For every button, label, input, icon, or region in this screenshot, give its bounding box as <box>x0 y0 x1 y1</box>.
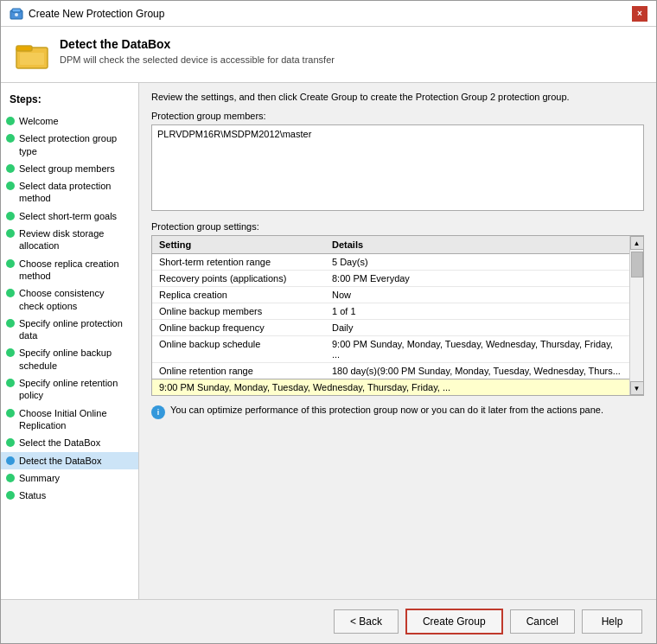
info-text-before: You can <box>170 405 207 415</box>
tooltip-text: 9:00 PM Sunday, Monday, Tuesday, Wednesd… <box>159 382 450 392</box>
sidebar-item-welcome[interactable]: Welcome <box>1 112 138 130</box>
instructions-text: Review the settings, and then click Crea… <box>151 92 644 102</box>
table-row: Short-term retention range 5 Day(s) <box>152 254 629 271</box>
setting-detail-6: 180 day(s)(9:00 PM Sunday, Monday, Tuesd… <box>325 363 629 379</box>
app-icon <box>10 7 23 21</box>
col-details: Details <box>325 236 629 254</box>
sidebar-item-retention[interactable]: Specify online retention policy <box>1 374 138 405</box>
setting-name-0: Short-term retention range <box>152 254 325 271</box>
svg-rect-1 <box>12 9 21 12</box>
main-content: Steps: Welcome Select protection group t… <box>1 83 656 599</box>
sidebar-item-replica[interactable]: Choose replica creation method <box>1 255 138 285</box>
table-row: Online retention range 180 day(s)(9:00 P… <box>152 363 629 379</box>
welcome-dot <box>6 117 15 125</box>
col-setting: Setting <box>152 236 325 254</box>
header-description: DPM will check the selected device is ac… <box>60 54 335 65</box>
table-row: Replica creation Now <box>152 287 629 303</box>
sidebar-item-select-databox[interactable]: Select the DataBox <box>1 434 138 451</box>
header-icon <box>15 37 49 72</box>
info-section: i You can optimize performance of this p… <box>151 405 644 419</box>
info-icon: i <box>151 405 165 419</box>
sidebar-item-backup-schedule[interactable]: Specify online backup schedule <box>1 344 138 374</box>
scroll-thumb[interactable] <box>631 252 643 277</box>
sidebar-item-short-term[interactable]: Select short-term goals <box>1 207 138 225</box>
group-type-dot <box>6 134 15 143</box>
setting-detail-4: Daily <box>325 320 629 336</box>
setting-detail-1: 8:00 PM Everyday <box>325 271 629 287</box>
short-term-dot <box>6 212 15 220</box>
settings-table: Setting Details Short-term retention ran… <box>152 236 629 379</box>
sidebar-item-online-data[interactable]: Specify online protection data <box>1 315 138 345</box>
close-button[interactable]: × <box>632 6 647 22</box>
svg-rect-5 <box>20 53 44 65</box>
dialog-title: Create New Protection Group <box>29 8 164 20</box>
scroll-up-button[interactable]: ▲ <box>630 236 644 250</box>
table-row: Online backup members 1 of 1 <box>152 303 629 320</box>
members-label: Protection group members: <box>151 111 644 121</box>
sidebar-title: Steps: <box>1 90 138 112</box>
consistency-dot <box>6 289 15 297</box>
initial-online-dot <box>6 409 15 418</box>
backup-schedule-dot <box>6 348 15 357</box>
setting-detail-2: Now <box>325 287 629 303</box>
setting-detail-0: 5 Day(s) <box>325 254 629 271</box>
sidebar: Steps: Welcome Select protection group t… <box>1 83 139 599</box>
sidebar-item-disk-storage[interactable]: Review disk storage allocation <box>1 225 138 255</box>
select-databox-dot <box>6 438 15 447</box>
dialog: Create New Protection Group × Detect the… <box>0 0 657 644</box>
retention-dot <box>6 379 15 387</box>
setting-name-3: Online backup members <box>152 303 325 320</box>
disk-storage-dot <box>6 229 15 238</box>
data-protection-dot <box>6 182 15 190</box>
members-box: PLRVDPM16R\MSDPM2012\master <box>151 124 644 211</box>
title-bar: Create New Protection Group × <box>1 1 656 27</box>
footer: < Back Create Group Cancel Help <box>1 599 656 643</box>
header-section: Detect the DataBox DPM will check the se… <box>1 27 656 83</box>
tooltip-row: 9:00 PM Sunday, Monday, Tuesday, Wednesd… <box>152 379 629 395</box>
settings-wrapper: Setting Details Short-term retention ran… <box>151 235 644 396</box>
setting-name-2: Replica creation <box>152 287 325 303</box>
table-row: Online backup schedule 9:00 PM Sunday, M… <box>152 336 629 363</box>
setting-detail-3: 1 of 1 <box>325 303 629 320</box>
settings-inner: Setting Details Short-term retention ran… <box>152 236 629 395</box>
sidebar-item-group-members[interactable]: Select group members <box>1 160 138 177</box>
info-text: You can optimize performance of this pro… <box>170 405 603 415</box>
optimize-performance-link[interactable]: optimize performance <box>207 405 298 415</box>
back-button[interactable]: < Back <box>334 609 399 634</box>
sidebar-item-status[interactable]: Status <box>1 487 138 504</box>
sidebar-item-initial-online[interactable]: Choose Initial Online Replication <box>1 405 138 435</box>
create-group-button[interactable]: Create Group <box>405 609 503 634</box>
setting-name-6: Online retention range <box>152 363 325 379</box>
settings-label: Protection group settings: <box>151 221 644 232</box>
group-members-dot <box>6 164 15 173</box>
scrollbar-track[interactable]: ▲ ▼ <box>629 236 643 395</box>
scroll-down-button[interactable]: ▼ <box>630 381 644 395</box>
detect-databox-dot <box>6 456 15 465</box>
header-text: Detect the DataBox DPM will check the se… <box>60 37 335 65</box>
setting-detail-5: 9:00 PM Sunday, Monday, Tuesday, Wednesd… <box>325 336 629 363</box>
replica-dot <box>6 259 15 268</box>
setting-name-5: Online backup schedule <box>152 336 325 363</box>
sidebar-item-group-type[interactable]: Select protection group type <box>1 130 138 160</box>
header-title: Detect the DataBox <box>60 37 335 51</box>
setting-name-1: Recovery points (applications) <box>152 271 325 287</box>
status-dot <box>6 491 15 500</box>
table-row: Online backup frequency Daily <box>152 320 629 336</box>
svg-rect-4 <box>16 46 32 51</box>
sidebar-item-summary[interactable]: Summary <box>1 469 138 487</box>
sidebar-item-consistency[interactable]: Choose consistency check options <box>1 284 138 315</box>
cancel-button[interactable]: Cancel <box>510 609 575 634</box>
online-data-dot <box>6 319 15 328</box>
svg-point-2 <box>15 13 18 16</box>
members-value: PLRVDPM16R\MSDPM2012\master <box>157 129 311 139</box>
info-text-after: of this protection group now or you can … <box>298 405 603 415</box>
summary-dot <box>6 474 15 482</box>
content-area: Review the settings, and then click Crea… <box>139 83 656 599</box>
sidebar-item-detect-databox[interactable]: Detect the DataBox <box>1 452 138 469</box>
title-bar-left: Create New Protection Group <box>10 7 164 21</box>
help-button[interactable]: Help <box>582 609 642 634</box>
setting-name-4: Online backup frequency <box>152 320 325 336</box>
table-row: Recovery points (applications) 8:00 PM E… <box>152 271 629 287</box>
sidebar-item-data-protection[interactable]: Select data protection method <box>1 177 138 207</box>
